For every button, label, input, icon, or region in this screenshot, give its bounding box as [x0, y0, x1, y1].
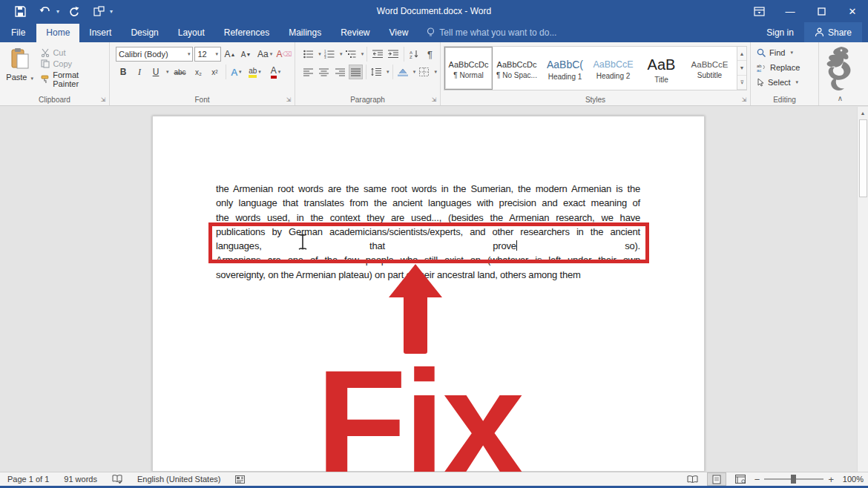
italic-button[interactable]: I	[132, 65, 147, 79]
font-name-select[interactable]: Calibri (Body)▾	[116, 47, 193, 62]
tab-view[interactable]: View	[380, 24, 418, 42]
zoom-slider-thumb[interactable]	[791, 475, 796, 484]
clear-formatting-button[interactable]: A⌫	[277, 47, 292, 62]
superscript-button[interactable]: x²	[208, 65, 223, 79]
paragraph-dialog-launcher[interactable]: ⇲	[430, 96, 438, 104]
grow-font-button[interactable]: A▲	[223, 47, 237, 62]
styles-gallery: AaBbCcDc ¶ Normal AaBbCcDc ¶ No Spac... …	[444, 46, 739, 90]
tab-references[interactable]: References	[214, 24, 279, 42]
copy-button[interactable]: Copy	[41, 59, 106, 68]
read-mode-button[interactable]	[683, 472, 703, 486]
paste-button[interactable]: Paste ▾	[3, 45, 36, 93]
web-layout-button[interactable]	[731, 472, 750, 486]
text-effects-button[interactable]: A▾	[229, 65, 244, 79]
align-left-icon[interactable]	[301, 65, 315, 79]
page-indicator[interactable]: Page 1 of 1	[0, 475, 56, 484]
decrease-indent-icon[interactable]	[370, 47, 384, 62]
paste-dropdown-icon[interactable]: ▾	[31, 76, 34, 81]
word-count[interactable]: 91 words	[56, 475, 105, 484]
scroll-up-icon[interactable]: ▲	[858, 107, 868, 119]
style-heading-1[interactable]: AaBbC( Heading 1	[541, 47, 589, 90]
save-icon[interactable]	[9, 1, 31, 21]
tab-insert[interactable]: Insert	[79, 24, 121, 42]
tab-mailings[interactable]: Mailings	[279, 24, 331, 42]
replace-button[interactable]: abac Replace	[757, 60, 815, 75]
numbering-icon[interactable]: 123	[323, 47, 337, 62]
zoom-in-button[interactable]: +	[828, 474, 834, 485]
bold-button[interactable]: B	[116, 65, 131, 79]
change-case-button[interactable]: Aa▾	[254, 47, 275, 62]
justify-icon[interactable]	[349, 65, 363, 79]
tab-review[interactable]: Review	[331, 24, 379, 42]
multilevel-list-icon[interactable]	[343, 47, 358, 62]
format-painter-button[interactable]: Format Painter	[41, 70, 106, 88]
annotation-highlight-box	[208, 222, 649, 263]
tab-layout[interactable]: Layout	[168, 24, 214, 42]
undo-dropdown-icon[interactable]: ▾	[56, 8, 59, 15]
ribbon-display-options-icon[interactable]	[743, 0, 775, 22]
editing-group-label: Editing	[751, 96, 818, 104]
style-title[interactable]: AaB Title	[637, 47, 685, 90]
style-heading-2[interactable]: AaBbCcE Heading 2	[589, 47, 637, 90]
tab-home[interactable]: Home	[36, 24, 79, 42]
close-button[interactable]: ✕	[837, 0, 868, 22]
minimize-button[interactable]: —	[775, 0, 806, 22]
maximize-button[interactable]	[806, 0, 837, 22]
clipboard-dialog-launcher[interactable]: ⇲	[99, 96, 107, 104]
underline-button[interactable]: U	[148, 65, 163, 79]
redo-icon[interactable]	[62, 1, 85, 21]
zoom-slider[interactable]	[764, 478, 823, 480]
print-layout-button[interactable]	[707, 472, 726, 486]
replace-label: Replace	[770, 63, 800, 72]
increase-indent-icon[interactable]	[386, 47, 400, 62]
line-spacing-icon[interactable]	[369, 65, 384, 79]
borders-icon[interactable]	[417, 65, 431, 79]
sign-in-link[interactable]: Sign in	[756, 27, 804, 38]
highlight-button[interactable]: ab▾	[246, 65, 265, 79]
style-subtitle[interactable]: AaBbCcE Subtitle	[685, 47, 734, 90]
underline-dropdown-icon[interactable]: ▾	[166, 69, 169, 75]
customize-qat-icon[interactable]: ▾	[110, 8, 113, 15]
title-bar: ▾ ▾ Word Document.docx - Word — ✕	[0, 0, 868, 22]
styles-gallery-more-icon[interactable]: ⊽	[737, 76, 746, 90]
language-indicator[interactable]: English (United States)	[130, 475, 228, 484]
style-no-spacing[interactable]: AaBbCcDc ¶ No Spac...	[493, 47, 541, 90]
style-normal[interactable]: AaBbCcDc ¶ Normal	[444, 47, 493, 90]
tell-me-box[interactable]: Tell me what you want to do...	[418, 24, 565, 42]
cut-button[interactable]: Cut	[41, 48, 106, 57]
styles-scroll-up-icon[interactable]: ▲	[737, 47, 746, 61]
show-hide-pilcrow-button[interactable]: ¶	[423, 47, 437, 62]
scissors-icon	[41, 48, 50, 57]
tab-design[interactable]: Design	[121, 24, 168, 42]
lightbulb-icon	[427, 27, 435, 38]
strikethrough-button[interactable]: abc	[171, 65, 190, 79]
font-dialog-launcher[interactable]: ⇲	[285, 96, 292, 104]
sort-icon[interactable]: AZ	[407, 47, 421, 62]
align-right-icon[interactable]	[332, 65, 346, 79]
undo-icon[interactable]	[34, 1, 56, 21]
align-center-icon[interactable]	[317, 65, 331, 79]
tab-file[interactable]: File	[0, 24, 36, 42]
find-button[interactable]: Find▾	[757, 45, 815, 60]
zoom-level[interactable]: 100%	[838, 475, 864, 484]
shrink-font-button[interactable]: A▼	[239, 47, 254, 62]
proofing-status[interactable]	[105, 475, 130, 484]
touch-mode-icon[interactable]	[88, 1, 110, 21]
paste-label: Paste	[6, 73, 27, 82]
font-size-select[interactable]: 12▾	[194, 47, 221, 62]
select-button[interactable]: Select▾	[757, 75, 815, 90]
shading-icon[interactable]	[396, 65, 410, 79]
font-color-button[interactable]: A▾	[266, 65, 286, 79]
styles-scroll-down-icon[interactable]: ▼	[737, 61, 746, 75]
zoom-out-button[interactable]: −	[754, 474, 760, 485]
collapse-ribbon-icon[interactable]: ∧	[838, 94, 843, 102]
vertical-scrollbar[interactable]: ▲	[857, 107, 868, 472]
styles-dialog-launcher[interactable]: ⇲	[740, 96, 748, 104]
subscript-button[interactable]: x₂	[191, 65, 206, 79]
svg-text:3: 3	[324, 56, 326, 59]
bullets-icon[interactable]	[301, 47, 315, 62]
share-button[interactable]: Share	[804, 22, 862, 42]
macro-record-icon[interactable]	[228, 475, 252, 484]
cursor-arrow-icon	[757, 78, 764, 87]
scrollbar-thumb[interactable]	[859, 119, 867, 197]
